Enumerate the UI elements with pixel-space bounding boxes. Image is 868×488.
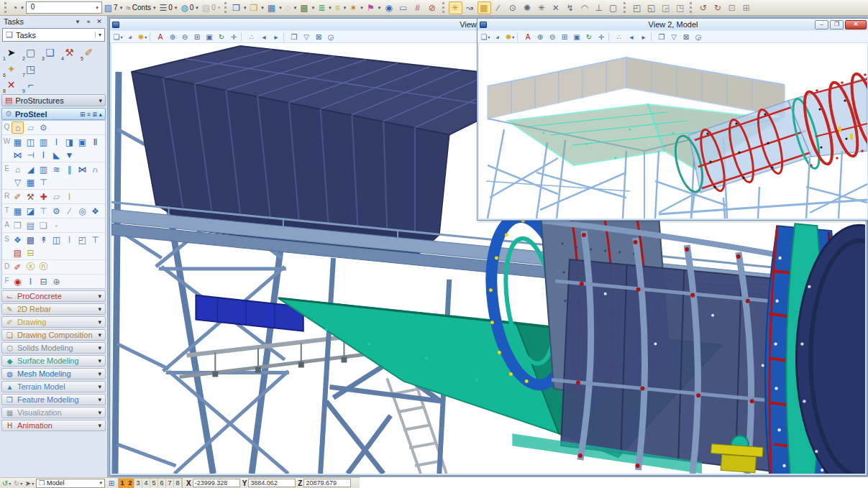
accudraw-window[interactable]: # [411, 1, 425, 14]
chevron-down-icon[interactable]: ▾ [98, 293, 101, 300]
view-toolbar-button[interactable] [517, 32, 521, 42]
active-line-style[interactable]: ≈Conts [124, 1, 157, 14]
references[interactable]: ❐ [249, 1, 265, 14]
palette-icon[interactable]: ⊤ [37, 205, 50, 217]
view2-titlebar[interactable]: View 2, Model –❐✕ [478, 19, 868, 30]
acs-rotate[interactable]: ◰ [630, 1, 644, 14]
palette-icon[interactable]: ◪ [24, 205, 37, 217]
popset-toggle[interactable]: ⊘ [426, 1, 439, 14]
copy-view[interactable]: ❐ [656, 32, 667, 42]
task-section-header[interactable]: ⬡Solids Modeling▾ [1, 342, 106, 354]
prostructures-header[interactable]: ▤ ProStructures ▾ [1, 94, 106, 106]
intersection-snap[interactable]: ✕ [549, 1, 563, 14]
palette-icon[interactable]: ◢ [24, 163, 37, 175]
accusnap-toggle[interactable]: ✳ [449, 1, 462, 14]
palette-icon[interactable]: ▤ [24, 219, 37, 231]
level-display[interactable]: ≡ [334, 1, 348, 14]
multi-snap[interactable]: ▢ [607, 1, 621, 14]
view-attributes[interactable]: A [522, 32, 534, 42]
palette-icon[interactable]: ▥ [37, 163, 50, 175]
palette-icon[interactable]: ❖ [89, 205, 101, 217]
palette-icon[interactable]: ⚙ [37, 121, 50, 134]
adjust-view-brightness[interactable]: ✺ [504, 32, 516, 42]
nearest-snap[interactable]: ↯ [564, 1, 577, 14]
fit-view[interactable]: ▣ [204, 32, 215, 42]
chevron-down-icon[interactable]: ▾ [98, 305, 101, 313]
palette-icon[interactable]: Ⅱ [89, 136, 101, 148]
chevron-down-icon[interactable]: ▾ [98, 370, 101, 377]
element-selection-task[interactable]: ➤1 [2, 45, 20, 60]
chevron-down-icon[interactable]: ▾ [98, 318, 101, 326]
restore-button[interactable]: ❐ [830, 20, 844, 29]
view-toggle[interactable]: 2 [127, 479, 134, 488]
chevron-down-icon[interactable]: ▾ [98, 331, 101, 339]
palette-icon[interactable]: ⋈ [12, 149, 24, 161]
palette-icon[interactable]: ◣ [50, 149, 63, 161]
active-transparency[interactable]: ◍0 [179, 1, 200, 14]
update-view[interactable]: ◶ [325, 32, 337, 42]
prosteel-header[interactable]: ⚙ ProSteel ⊞≡≣▴ [1, 108, 106, 120]
palette-icon[interactable]: ▦ [12, 136, 24, 148]
acs-define[interactable]: ◱ [644, 1, 658, 14]
chevron-down-icon[interactable]: ▾ [99, 97, 102, 104]
toolbar-grip[interactable] [224, 2, 228, 13]
zoom-in[interactable]: ⊕ [534, 32, 546, 42]
view-toggle[interactable]: 8 [174, 479, 182, 488]
palette-icon[interactable]: ▼ [63, 149, 76, 161]
chevron-down-icon[interactable]: ▾ [98, 409, 101, 416]
view-previous[interactable]: ◂ [626, 32, 637, 42]
palette-icon[interactable]: ⊟ [37, 275, 50, 287]
task-section-header[interactable]: ✐Drawing▾ [1, 316, 106, 328]
task-section-header[interactable]: ◆Surface Modeling▾ [1, 355, 106, 367]
walk[interactable]: ∴ [613, 32, 625, 42]
arc-snap[interactable]: ◠ [578, 1, 592, 14]
palette-icon[interactable]: ▦ [24, 176, 37, 188]
view-toolbar-button[interactable] [150, 32, 153, 42]
palette-big-icons[interactable]: ⊞ [80, 111, 86, 118]
task-section-header[interactable]: ▲Terrain Model▾ [1, 381, 106, 392]
view-previous[interactable]: ◂ [258, 32, 270, 42]
toolbar-grip[interactable] [623, 2, 627, 13]
chevron-down-icon[interactable]: ▾ [98, 422, 101, 429]
chevron-down-icon[interactable]: ▾ [98, 344, 101, 351]
palette-icon[interactable]: I [24, 275, 37, 287]
copy-view[interactable]: ❐ [288, 32, 300, 42]
palette-icon[interactable]: ◨ [63, 136, 76, 148]
zoom-in[interactable]: ⊕ [167, 32, 178, 42]
minimize-button[interactable]: – [815, 20, 828, 29]
saved-views[interactable]: ▩ [298, 1, 316, 14]
zoom-out[interactable]: ⊖ [179, 32, 191, 42]
measure-task[interactable]: ◳7 [22, 61, 40, 76]
palette-icon[interactable]: I [37, 149, 50, 161]
clip-mask[interactable]: ⊠ [680, 32, 692, 42]
view-display-mode[interactable]: ❏ [112, 32, 124, 42]
walk[interactable]: ∴ [246, 32, 257, 42]
task-section-header[interactable]: HAnimation▾ [1, 420, 106, 431]
palette-icon[interactable]: ✚ [37, 190, 50, 203]
origin-snap[interactable]: ✺ [521, 1, 534, 14]
palette-icon[interactable]: ✐ [12, 190, 24, 203]
close-button[interactable]: ✕ [845, 20, 867, 29]
task-section-header[interactable]: ◍Mesh Modeling▾ [1, 368, 106, 379]
coordinate-value[interactable]: -23999.328 [193, 479, 240, 487]
palette-icon[interactable]: ▦ [12, 205, 24, 217]
undo-button[interactable]: ↺ [1, 479, 12, 488]
models[interactable]: ❒ [231, 1, 247, 14]
clip-volume[interactable]: ▽ [301, 32, 312, 42]
palette-icon[interactable]: ▩ [24, 234, 37, 246]
key-in-window[interactable]: ▭ [397, 1, 411, 14]
view-next[interactable]: ▸ [270, 32, 282, 42]
view-toggle[interactable]: 4 [142, 479, 150, 488]
palette-icon[interactable]: ❏ [37, 219, 50, 231]
rotate-view[interactable]: ↻ [583, 32, 595, 42]
palette-icon[interactable]: ∕ [63, 205, 76, 217]
active-line-weight[interactable]: ☰0 [157, 1, 178, 14]
view-render-mode[interactable]: ◕ [124, 32, 136, 42]
palette-list[interactable]: ≡ [87, 111, 91, 118]
palette-icon[interactable]: ❖ [12, 234, 24, 246]
view-toggle[interactable]: 5 [150, 479, 158, 488]
palette-icon[interactable]: ⌂ [12, 121, 24, 134]
palette-icon[interactable]: ⊣ [24, 149, 37, 161]
clip-volume[interactable]: ▽ [668, 32, 680, 42]
model-combo[interactable]: ❒ Model ▾ [36, 479, 105, 488]
